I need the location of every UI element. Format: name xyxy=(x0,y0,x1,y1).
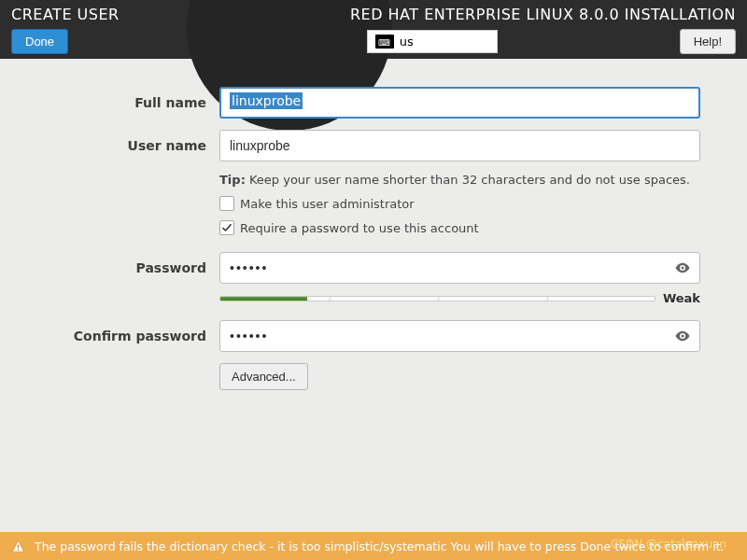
product-title: RED HAT ENTERPRISE LINUX 8.0.0 INSTALLAT… xyxy=(350,6,736,23)
require-password-checkbox[interactable] xyxy=(219,220,234,235)
reveal-confirm-password-icon[interactable] xyxy=(674,328,691,344)
watermark-text: CSDN @catalpaxuan xyxy=(611,538,726,551)
admin-checkbox-label: Make this user administrator xyxy=(240,197,415,211)
admin-checkbox[interactable] xyxy=(219,196,234,211)
full-name-input[interactable]: linuxprobe xyxy=(219,87,700,119)
confirm-password-input[interactable] xyxy=(219,320,700,352)
password-label: Password xyxy=(47,260,219,275)
keyboard-icon: ⌨ xyxy=(375,35,394,49)
done-button[interactable]: Done xyxy=(11,29,68,54)
user-name-label: User name xyxy=(47,138,219,153)
tip-text: Keep your user name shorter than 32 char… xyxy=(246,173,690,187)
create-user-form: Full name linuxprobe User name Tip: Keep… xyxy=(0,59,747,390)
password-input[interactable] xyxy=(219,252,700,284)
svg-point-1 xyxy=(682,335,684,338)
username-tip: Tip: Keep your user name shorter than 32… xyxy=(219,173,700,187)
require-password-label: Require a password to use this account xyxy=(240,221,479,235)
user-name-input[interactable] xyxy=(219,130,700,161)
full-name-value: linuxprobe xyxy=(230,92,303,109)
password-strength-meter xyxy=(219,296,655,301)
warning-icon xyxy=(11,539,25,553)
help-button[interactable]: Help! xyxy=(680,29,736,54)
keyboard-layout-indicator[interactable]: ⌨ us xyxy=(367,30,498,53)
page-title: CREATE USER xyxy=(11,6,120,23)
svg-rect-2 xyxy=(18,544,19,548)
confirm-password-label: Confirm password xyxy=(47,329,219,343)
full-name-label: Full name xyxy=(47,95,219,110)
advanced-button[interactable]: Advanced... xyxy=(219,363,308,390)
installer-header: CREATE USER Done RED HAT ENTERPRISE LINU… xyxy=(0,0,747,59)
reveal-password-icon[interactable] xyxy=(674,259,691,276)
svg-rect-3 xyxy=(18,549,19,550)
password-strength-label: Weak xyxy=(663,291,700,305)
tip-prefix: Tip: xyxy=(219,173,246,187)
keyboard-layout-label: us xyxy=(400,35,414,49)
svg-point-0 xyxy=(682,267,684,270)
